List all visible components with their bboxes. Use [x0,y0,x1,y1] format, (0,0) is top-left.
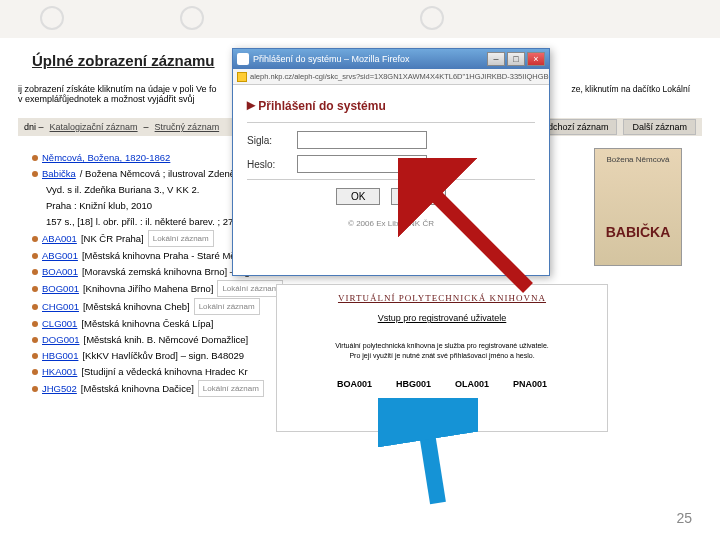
bullet-icon [32,286,38,292]
local-record-badge[interactable]: Lokální záznam [148,230,214,247]
record-text: [Studijní a vědecká knihovna Hradec Kr [81,364,247,379]
record-row: HKA001 [Studijní a vědecká knihovna Hrad… [32,364,283,379]
popup-footer: © 2006 Ex Libris NK ČR [247,219,535,228]
book-author: Božena Němcová [595,155,681,164]
record-link[interactable]: BOG001 [42,281,79,296]
bullet-icon [32,304,38,310]
record-row: JHG502 [Městská knihovna Dačice]Lokální … [32,380,283,397]
record-text: / Božena Němcová ; ilustroval Zdeněk B [80,166,249,181]
address-bar[interactable]: aleph.nkp.cz/aleph-cgi/skc_srvs?sid=1X8G… [233,69,549,85]
bullet-icon [32,321,38,327]
record-link[interactable]: CLG001 [42,316,77,331]
record-link[interactable]: DOG001 [42,332,80,347]
record-link[interactable]: HKA001 [42,364,77,379]
window-title: Přihlášení do systému – Mozilla Firefox [253,54,410,64]
record-link[interactable]: HBG001 [42,348,78,363]
favicon-icon [237,72,247,82]
breadcrumb-link-strucny[interactable]: Stručný záznam [155,122,220,132]
record-link[interactable]: ABA001 [42,231,77,246]
bullet-icon [32,369,38,375]
firefox-icon [237,53,249,65]
bullet-icon [32,269,38,275]
login-heading: ▸ Přihlášení do systému [247,95,535,114]
intro-line1: ij zobrazení získáte kliknutím na údaje … [18,84,217,94]
record-link[interactable]: BOA001 [42,264,78,279]
vpk-title: VIRTUÁLNÍ POLYTECHNICKÁ KNIHOVNA [287,293,597,303]
record-row: DOG001 [Městská knih. B. Němcové Domažli… [32,332,283,347]
intro-line2: v exemplářůjednotek a možnost vyjádřit s… [18,94,195,104]
record-link[interactable]: Němcová, Božena, 1820-1862 [42,150,170,165]
vpk-desc: Virtuální polytechnická knihovna je služ… [287,341,597,361]
vpk-entry-link[interactable]: Vstup pro registrované uživatele [287,313,597,323]
vpk-box: VIRTUÁLNÍ POLYTECHNICKÁ KNIHOVNA Vstup p… [276,284,608,432]
code-pna: PNA001 [513,379,547,389]
book-title: BABIČKA [595,224,681,240]
gear-icon [180,6,204,30]
next-record-button[interactable]: Další záznam [623,119,696,135]
gear-icon [420,6,444,30]
bullet-icon [32,155,38,161]
cancel-button[interactable]: Zrušit [391,188,446,205]
code-boa: BOA001 [337,379,372,389]
login-popup: Přihlášení do systému – Mozilla Firefox … [232,48,550,276]
bullet-icon [32,337,38,343]
url-text: aleph.nkp.cz/aleph-cgi/skc_srvs?sid=1X8G… [250,72,549,81]
book-cover: Božena Němcová BABIČKA [594,148,682,266]
window-titlebar[interactable]: Přihlášení do systému – Mozilla Firefox … [233,49,549,69]
arrow-icon: ▸ [247,96,255,113]
record-text: [Městská knihovna Praha - Staré Město] [82,248,251,263]
record-text: [Městská knihovna Dačice] [81,381,194,396]
bullet-icon [32,253,38,259]
gear-icon [40,6,64,30]
minimize-button[interactable]: – [487,52,505,66]
record-text: [Městská knihovna Cheb] [83,299,190,314]
record-text: [Knihovna Jiřího Mahena Brno] [83,281,213,296]
local-record-badge[interactable]: Lokální záznam [217,280,283,297]
code-ola: OLA001 [455,379,489,389]
record-row: HBG001 [KkKV Havlíčkův Brod] – sign. B48… [32,348,283,363]
background-header [0,0,720,38]
page-title: Úplné zobrazení záznamu [32,52,215,69]
vpk-codes: BOA001 HBG001 OLA001 PNA001 [287,379,597,389]
intro-text: ij zobrazení získáte kliknutím na údaje … [18,84,217,104]
record-row: CLG001 [Městská knihovna Česká Lípa] [32,316,283,331]
bullet-icon [32,353,38,359]
bullet-icon [32,171,38,177]
record-text: Praha : Knižní klub, 2010 [46,198,152,213]
record-text: Vyd. s il. Zdeňka Buriana 3., V KK 2. [46,182,199,197]
heslo-label: Heslo: [247,159,297,170]
sigla-label: Sigla: [247,135,297,146]
record-link[interactable]: JHG502 [42,381,77,396]
intro-right: ze, kliknutím na dačítko Lokální [571,84,690,94]
page-number: 25 [676,510,692,526]
heslo-input[interactable] [297,155,427,173]
code-hbg: HBG001 [396,379,431,389]
breadcrumb-prefix: dni – [24,122,44,132]
record-link[interactable]: ABG001 [42,248,78,263]
local-record-badge[interactable]: Lokální záznam [194,298,260,315]
record-row: CHG001 [Městská knihovna Cheb]Lokální zá… [32,298,283,315]
ok-button[interactable]: OK [336,188,380,205]
maximize-button[interactable]: □ [507,52,525,66]
close-button[interactable]: × [527,52,545,66]
record-text: [NK ČR Praha] [81,231,144,246]
sigla-input[interactable] [297,131,427,149]
record-text: [Městská knihovna Česká Lípa] [81,316,213,331]
breadcrumb-link-katalog[interactable]: Katalogizační záznam [50,122,138,132]
record-link[interactable]: Babička [42,166,76,181]
bullet-icon [32,386,38,392]
local-record-badge[interactable]: Lokální záznam [198,380,264,397]
record-link[interactable]: CHG001 [42,299,79,314]
record-text: [Moravská zemská knihovna Brno] – sig [82,264,250,279]
record-row: BOG001 [Knihovna Jiřího Mahena Brno]Loká… [32,280,283,297]
record-text: 157 s., [18] l. obr. příl. : il. některé… [46,214,249,229]
bullet-icon [32,236,38,242]
record-text: [KkKV Havlíčkův Brod] – sign. B48029 [82,348,244,363]
record-text: [Městská knih. B. Němcové Domažlice] [84,332,249,347]
